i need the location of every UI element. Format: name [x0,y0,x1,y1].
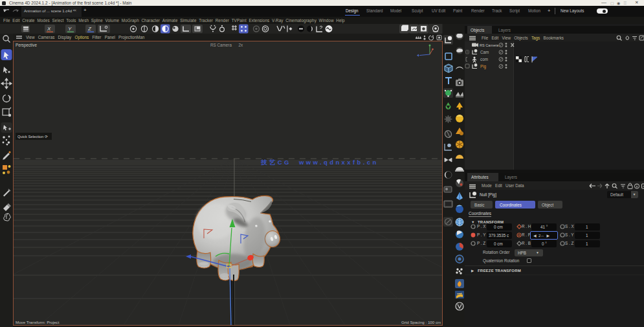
svg-text:Y: Y [68,26,72,32]
svg-text:X: X [47,26,51,32]
